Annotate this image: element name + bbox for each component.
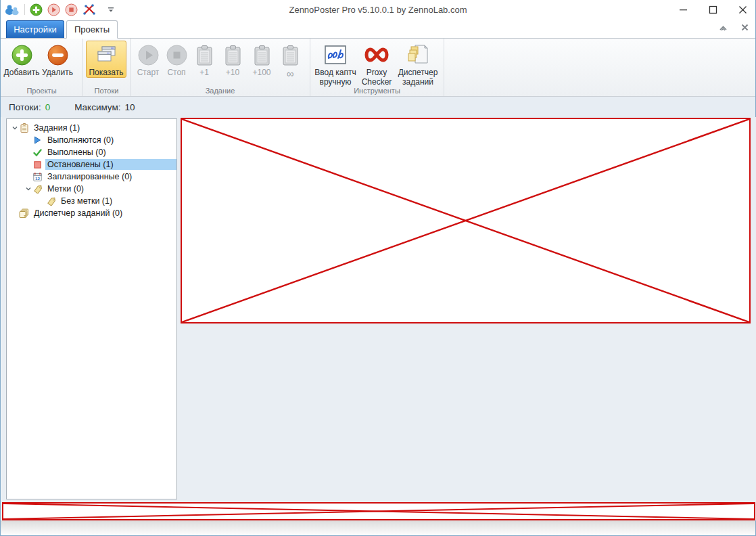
play-icon [32, 136, 43, 144]
button-label: +10 [226, 68, 239, 77]
windows-stack-icon [95, 43, 117, 67]
add-1-thread-button[interactable]: +1 [190, 41, 218, 78]
proxy-checker-button[interactable]: Proxy Checker [358, 41, 396, 88]
window-controls [678, 0, 747, 19]
group-label: Инструменты [310, 87, 444, 95]
tree-item-task-manager[interactable]: Диспетчер заданий (0) [7, 207, 176, 219]
ribbon-tab-row: Настройки Проекты [1, 19, 755, 39]
tree-item-label: Метки (0) [45, 183, 176, 194]
add-project-button[interactable]: Добавить [3, 41, 40, 78]
ribbon-empty-area [444, 39, 755, 96]
group-label: Потоки [83, 87, 130, 95]
clipboard-gray-icon [254, 43, 270, 67]
workspace: Задания (1) Выполняются (0) Выполнены (0… [1, 117, 756, 520]
tree-item-label: Запланированные (0) [45, 171, 176, 182]
minimize-button[interactable] [678, 5, 688, 14]
button-label: Proxy Checker [358, 68, 395, 87]
chevron-down-icon[interactable] [24, 187, 32, 191]
play-circle-gray-icon [138, 43, 159, 67]
window-title: ZennoPoster Pro v5.10.0.1 by ZennoLab.co… [1, 5, 755, 15]
button-label: Удалить [42, 68, 73, 77]
close-button[interactable] [738, 5, 747, 14]
add-100-threads-button[interactable]: +100 [247, 41, 277, 78]
manual-captcha-button[interactable]: Ввод каптч вручную [313, 41, 358, 88]
ribbon-group-task: Старт Стоп [131, 39, 310, 96]
status-strip [1, 520, 755, 535]
max-threads-label: Максимум: [74, 102, 120, 112]
broken-image-placeholder-main [181, 118, 751, 323]
button-label: ∞ [287, 68, 294, 80]
tab-settings[interactable]: Настройки [6, 20, 64, 38]
clipboard-gray-icon [196, 43, 213, 67]
tree-item-running[interactable]: Выполняются (0) [7, 134, 176, 146]
button-label: Диспетчер заданий [396, 68, 440, 87]
max-threads-value: 10 [125, 102, 135, 112]
tree-item-scheduled[interactable]: 12 Запланированные (0) [7, 171, 176, 183]
start-button[interactable]: Старт [133, 41, 163, 78]
ribbon-group-projects: Добавить Удалить Проекты [1, 39, 83, 96]
button-label: Показать [89, 68, 123, 77]
tree-item-label: Без метки (1) [59, 196, 176, 206]
tag-icon [46, 197, 56, 206]
stop-square-icon [32, 161, 43, 169]
chevron-down-icon[interactable] [11, 126, 19, 130]
calendar-icon: 12 [32, 173, 43, 181]
delete-project-button[interactable]: Удалить [40, 41, 75, 78]
tag-icon [32, 185, 43, 194]
button-label: Стоп [167, 68, 185, 77]
task-notes-icon [407, 43, 429, 67]
button-label: Ввод каптч вручную [314, 68, 357, 87]
tree-item-no-label[interactable]: Без метки (1) [7, 195, 176, 207]
tree-item-label: Выполнены (0) [45, 147, 176, 158]
threads-value: 0 [45, 102, 51, 112]
title-bar: ZennoPoster Pro v5.10.0.1 by ZennoLab.co… [1, 0, 755, 19]
clipboard-gray-icon [282, 43, 299, 67]
tree-item-label: Выполняются (0) [45, 135, 176, 146]
task-manager-button[interactable]: Диспетчер заданий [396, 41, 440, 88]
minus-circle-icon [47, 43, 68, 67]
tree-item-tasks[interactable]: Задания (1) [7, 122, 176, 134]
tree-item-completed[interactable]: Выполнены (0) [7, 146, 176, 158]
tree-item-label: Диспетчер заданий (0) [32, 208, 176, 219]
broken-image-placeholder-bottom [2, 502, 755, 520]
threads-status-bar: Потоки: 0 Максимум: 10 [1, 97, 755, 117]
documents-stack-icon [19, 208, 29, 218]
group-label: Задание [131, 87, 310, 95]
tree-item-label: Задания (1) [32, 122, 176, 133]
button-label: Добавить [3, 68, 39, 77]
infinity-red-icon [363, 43, 390, 67]
add-10-threads-button[interactable]: +10 [218, 41, 247, 78]
close-panel-icon[interactable] [741, 24, 749, 33]
maximize-button[interactable] [708, 5, 717, 14]
app-window: ZennoPoster Pro v5.10.0.1 by ZennoLab.co… [0, 0, 756, 536]
show-threads-button[interactable]: Показать [86, 41, 126, 78]
clipboard-gray-icon [225, 43, 241, 67]
group-label: Проекты [1, 87, 82, 95]
ribbon-group-threads: Показать Потоки [83, 39, 131, 96]
check-icon [32, 149, 43, 156]
clipboard-icon [19, 123, 29, 133]
threads-label: Потоки: [9, 102, 41, 112]
plus-circle-icon [11, 43, 32, 67]
button-label: +100 [252, 68, 270, 77]
captcha-image-icon [323, 43, 348, 67]
add-infinite-threads-button[interactable]: ∞ [277, 41, 304, 81]
ribbon-controls [719, 24, 749, 33]
stop-circle-gray-icon [166, 43, 187, 67]
collapse-ribbon-icon[interactable] [719, 24, 728, 33]
svg-text:12: 12 [35, 175, 40, 180]
button-label: Старт [137, 68, 160, 77]
tree-item-stopped[interactable]: Остановлены (1) [7, 158, 176, 171]
ribbon: Добавить Удалить Проекты [1, 39, 755, 97]
ribbon-group-tools: Ввод каптч вручную Proxy Checker [310, 39, 444, 96]
stop-button[interactable]: Стоп [163, 41, 190, 78]
button-label: +1 [199, 68, 209, 77]
tree-item-labels[interactable]: Метки (0) [7, 183, 176, 195]
tab-projects[interactable]: Проекты [66, 20, 118, 39]
tasks-tree-panel: Задания (1) Выполняются (0) Выполнены (0… [6, 118, 177, 499]
tree-item-label: Остановлены (1) [45, 159, 176, 170]
